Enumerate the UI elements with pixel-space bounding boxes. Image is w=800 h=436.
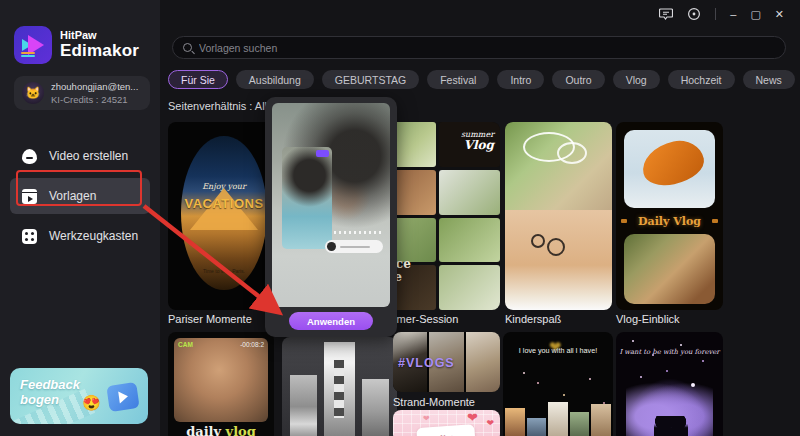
sidebar-item-video-erstellen[interactable]: Video erstellen [10,138,150,174]
brand-name: HitPaw [60,29,139,41]
settings-icon[interactable] [687,7,701,21]
category-tabs: Für Sie Ausbildung GEBURTSTAG Festival I… [168,70,800,89]
template-card-lila-herz[interactable]: I want to be with you forever [616,332,723,436]
preview-inset-clip [282,147,332,249]
sidebar-item-label: Video erstellen [49,149,128,163]
tab-festival[interactable]: Festival [427,70,489,89]
tab-geburtstag[interactable]: GEBURTSTAG [322,70,419,89]
apply-button[interactable]: Anwenden [289,312,373,330]
app-logo-icon [14,26,52,64]
tab-vlog[interactable]: Vlog [613,70,660,89]
search-input[interactable] [199,42,775,54]
app-window: HitPaw Edimakor 🐱 zhouhongjian@ten... KI… [0,0,800,436]
heart-icon: ❤ [467,410,478,425]
account-card[interactable]: 🐱 zhouhongjian@ten... KI-Credits : 24521 [14,76,150,110]
account-credits: KI-Credits : 24521 [51,94,138,105]
feedback-bubble-icon[interactable] [659,8,673,21]
hand-photo [638,136,707,190]
maximize-button[interactable]: ▢ [750,9,760,20]
template-label-vlog-einblick: Vlog-Einblick [616,313,680,325]
template-thumbnail [324,342,355,436]
thumb-text: Time to visit, Paris. [168,268,280,274]
music-disc-icon [327,242,336,251]
tab-hochzeit[interactable]: Hochzeit [668,70,735,89]
template-preview-popup: Anwenden [265,97,397,337]
thumb-text: daily vlog [168,424,274,436]
audio-waveform [334,231,382,234]
drawn-glasses-doodle [531,234,545,248]
heart-icon: ❤ [486,418,494,428]
thumb-text: #VLOGS [398,356,455,370]
template-label-kinder: Kinderspaß [505,313,561,325]
template-card-leuchtturm[interactable] [282,337,397,436]
thumb-text: summerVlog [461,130,494,152]
template-thumbnail [624,130,715,208]
account-email: zhouhongjian@ten... [51,81,138,92]
couple-silhouette [654,416,688,436]
thumb-text: Enjoy your [168,182,280,191]
template-card-rosa-herzen[interactable]: ❤ ❤ ❤ You [393,410,500,436]
tab-fuer-sie[interactable]: Für Sie [168,70,228,89]
sidebar: HitPaw Edimakor 🐱 zhouhongjian@ten... KI… [0,0,160,436]
minimize-button[interactable]: – [730,9,736,20]
template-card-strand-momente[interactable]: #VLOGS [393,332,500,392]
toolbox-icon [22,229,37,244]
music-bar [325,240,383,253]
feedback-banner[interactable]: Feedback bogen 😍 [10,368,148,424]
template-thumbnail [505,122,612,210]
thumb-text: VACATIONS [168,196,280,211]
template-label-strand: Strand-Momente [393,396,475,408]
sidebar-item-werkzeugkasten[interactable]: Werkzeugkasten [10,218,150,254]
template-thumbnail [503,398,613,436]
avatar: 🐱 [22,82,44,104]
thumb-text: -00:08:2 [240,341,264,348]
template-card-kinderspass[interactable] [505,122,612,310]
template-card-i-love-you[interactable]: ❤ I love you with all I have! [503,332,613,436]
window-titlebar: – ▢ ✕ [160,0,800,28]
close-button[interactable]: ✕ [775,9,784,20]
thumb-text: CAM [178,341,193,348]
sidebar-item-label: Werkzeugkasten [49,229,138,243]
tab-ausbildung[interactable]: Ausbildung [236,70,314,89]
feedback-banner-text: Feedback bogen [20,377,80,407]
brand: HitPaw Edimakor [0,0,160,64]
template-card-vlog-einblick[interactable]: Daily Vlog [616,122,723,310]
titlebar-separator [715,8,716,20]
template-card-daily-vlog[interactable]: CAM -00:08:2 daily vlog [168,332,274,436]
heart-eyes-emoji-icon: 😍 [82,394,101,412]
thumb-text: I love you with all I have! [503,346,613,355]
tab-news[interactable]: News [743,70,795,89]
search-bar[interactable] [172,36,786,59]
video-create-icon [22,149,37,164]
template-card-pariser-momente[interactable]: Enjoy your VACATIONS Time to visit, Pari… [168,122,280,310]
template-thumbnail [181,136,267,290]
tab-outro[interactable]: Outro [552,70,604,89]
watermark-badge [316,150,329,157]
lighthouse-photo [334,360,344,418]
video-play-icon [106,382,139,412]
preview-video[interactable] [272,103,390,307]
aspect-ratio-label: Seitenverhältnis : Alle [168,100,273,112]
main-content: – ▢ ✕ Für Sie Ausbildung GEBURTSTAG Fest… [160,0,800,436]
thumb-text: Daily Vlog [616,215,723,228]
annotation-highlight-box [16,170,142,206]
tab-intro[interactable]: Intro [497,70,544,89]
thumb-text: You [416,424,476,436]
brand-product: Edimakor [60,41,139,61]
heart-icon: ❤ [423,414,430,423]
template-thumbnail [174,338,268,422]
template-label-pariser: Pariser Momente [168,313,252,325]
thumb-text: I want to be with you forever [616,348,723,356]
search-icon [183,43,192,52]
